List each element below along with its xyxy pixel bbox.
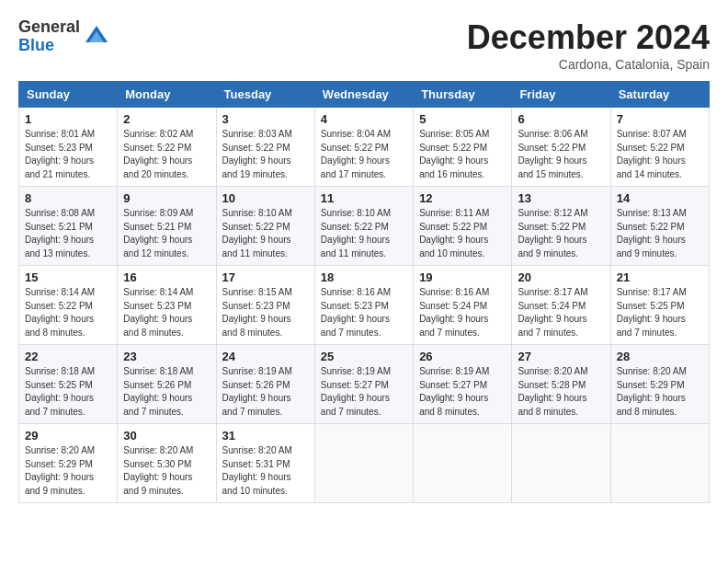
calendar-cell: 25Sunrise: 8:19 AMSunset: 5:27 PMDayligh… — [314, 345, 413, 424]
calendar-cell: 23Sunrise: 8:18 AMSunset: 5:26 PMDayligh… — [118, 345, 216, 424]
calendar-week-5: 29Sunrise: 8:20 AMSunset: 5:29 PMDayligh… — [19, 424, 710, 503]
title-block: December 2024 Cardona, Catalonia, Spain — [467, 18, 710, 72]
day-number: 31 — [222, 429, 309, 442]
day-header-saturday: Saturday — [610, 82, 709, 108]
day-number: 29 — [25, 429, 111, 442]
calendar-cell: 29Sunrise: 8:20 AMSunset: 5:29 PMDayligh… — [19, 424, 118, 503]
cell-details: Sunrise: 8:07 AMSunset: 5:22 PMDaylight:… — [617, 128, 703, 181]
calendar-cell: 14Sunrise: 8:13 AMSunset: 5:22 PMDayligh… — [610, 187, 709, 266]
calendar-cell: 11Sunrise: 8:10 AMSunset: 5:22 PMDayligh… — [314, 187, 413, 266]
day-number: 14 — [617, 191, 703, 205]
day-number: 28 — [617, 350, 703, 363]
calendar-cell: 17Sunrise: 8:15 AMSunset: 5:23 PMDayligh… — [216, 266, 314, 345]
cell-details: Sunrise: 8:20 AMSunset: 5:29 PMDaylight:… — [25, 444, 111, 498]
calendar-cell: 7Sunrise: 8:07 AMSunset: 5:22 PMDaylight… — [610, 108, 709, 187]
day-header-monday: Monday — [118, 82, 216, 108]
day-header-tuesday: Tuesday — [216, 82, 314, 108]
day-number: 20 — [518, 270, 604, 284]
cell-details: Sunrise: 8:20 AMSunset: 5:29 PMDaylight:… — [617, 365, 703, 419]
cell-details: Sunrise: 8:12 AMSunset: 5:22 PMDaylight:… — [518, 207, 604, 260]
calendar-cell: 12Sunrise: 8:11 AMSunset: 5:22 PMDayligh… — [414, 187, 512, 266]
cell-details: Sunrise: 8:19 AMSunset: 5:27 PMDaylight:… — [321, 365, 407, 419]
day-number: 18 — [321, 270, 407, 284]
cell-details: Sunrise: 8:19 AMSunset: 5:26 PMDaylight:… — [222, 365, 309, 419]
calendar-cell: 1Sunrise: 8:01 AMSunset: 5:23 PMDaylight… — [19, 108, 118, 187]
day-number: 9 — [123, 191, 210, 205]
calendar-cell: 21Sunrise: 8:17 AMSunset: 5:25 PMDayligh… — [610, 266, 709, 345]
cell-details: Sunrise: 8:05 AMSunset: 5:22 PMDaylight:… — [419, 128, 506, 181]
day-number: 5 — [419, 112, 506, 126]
day-number: 25 — [321, 350, 407, 363]
cell-details: Sunrise: 8:10 AMSunset: 5:22 PMDaylight:… — [222, 207, 309, 260]
calendar-cell: 31Sunrise: 8:20 AMSunset: 5:31 PMDayligh… — [216, 424, 314, 503]
cell-details: Sunrise: 8:08 AMSunset: 5:21 PMDaylight:… — [25, 207, 111, 260]
day-header-thursday: Thursday — [414, 82, 512, 108]
calendar-header-row: SundayMondayTuesdayWednesdayThursdayFrid… — [19, 82, 710, 108]
calendar-week-4: 22Sunrise: 8:18 AMSunset: 5:25 PMDayligh… — [19, 345, 710, 424]
day-number: 3 — [222, 112, 309, 126]
cell-details: Sunrise: 8:20 AMSunset: 5:28 PMDaylight:… — [518, 365, 604, 419]
day-number: 15 — [25, 270, 111, 284]
day-number: 22 — [25, 350, 111, 363]
calendar-cell — [610, 424, 709, 503]
calendar-cell: 13Sunrise: 8:12 AMSunset: 5:22 PMDayligh… — [512, 187, 610, 266]
day-number: 16 — [123, 270, 210, 284]
calendar-cell: 9Sunrise: 8:09 AMSunset: 5:21 PMDaylight… — [118, 187, 216, 266]
day-number: 17 — [222, 270, 309, 284]
calendar-cell: 26Sunrise: 8:19 AMSunset: 5:27 PMDayligh… — [414, 345, 512, 424]
cell-details: Sunrise: 8:14 AMSunset: 5:22 PMDaylight:… — [25, 286, 111, 339]
calendar-cell: 16Sunrise: 8:14 AMSunset: 5:23 PMDayligh… — [118, 266, 216, 345]
cell-details: Sunrise: 8:06 AMSunset: 5:22 PMDaylight:… — [518, 128, 604, 181]
cell-details: Sunrise: 8:13 AMSunset: 5:22 PMDaylight:… — [617, 207, 703, 260]
cell-details: Sunrise: 8:15 AMSunset: 5:23 PMDaylight:… — [222, 286, 309, 339]
day-number: 13 — [518, 191, 604, 205]
cell-details: Sunrise: 8:11 AMSunset: 5:22 PMDaylight:… — [419, 207, 506, 260]
calendar-week-1: 1Sunrise: 8:01 AMSunset: 5:23 PMDaylight… — [19, 108, 710, 187]
day-number: 4 — [321, 112, 407, 126]
calendar-cell: 6Sunrise: 8:06 AMSunset: 5:22 PMDaylight… — [512, 108, 610, 187]
calendar-cell: 4Sunrise: 8:04 AMSunset: 5:22 PMDaylight… — [314, 108, 413, 187]
day-header-sunday: Sunday — [19, 82, 118, 108]
calendar-cell — [512, 424, 610, 503]
cell-details: Sunrise: 8:16 AMSunset: 5:24 PMDaylight:… — [419, 286, 506, 339]
cell-details: Sunrise: 8:14 AMSunset: 5:23 PMDaylight:… — [123, 286, 210, 339]
cell-details: Sunrise: 8:02 AMSunset: 5:22 PMDaylight:… — [123, 128, 210, 181]
calendar-cell: 18Sunrise: 8:16 AMSunset: 5:23 PMDayligh… — [314, 266, 413, 345]
cell-details: Sunrise: 8:20 AMSunset: 5:30 PMDaylight:… — [123, 444, 210, 498]
calendar-cell: 28Sunrise: 8:20 AMSunset: 5:29 PMDayligh… — [610, 345, 709, 424]
cell-details: Sunrise: 8:10 AMSunset: 5:22 PMDaylight:… — [321, 207, 407, 260]
cell-details: Sunrise: 8:17 AMSunset: 5:24 PMDaylight:… — [518, 286, 604, 339]
calendar-cell: 5Sunrise: 8:05 AMSunset: 5:22 PMDaylight… — [414, 108, 512, 187]
day-number: 26 — [419, 350, 506, 363]
day-number: 23 — [123, 350, 210, 363]
logo-icon — [84, 24, 109, 50]
page-header: General Blue December 2024 Cardona, Cata… — [18, 18, 710, 72]
day-number: 1 — [25, 112, 111, 126]
calendar-cell: 2Sunrise: 8:02 AMSunset: 5:22 PMDaylight… — [118, 108, 216, 187]
cell-details: Sunrise: 8:04 AMSunset: 5:22 PMDaylight:… — [321, 128, 407, 181]
cell-details: Sunrise: 8:09 AMSunset: 5:21 PMDaylight:… — [123, 207, 210, 260]
calendar-cell: 3Sunrise: 8:03 AMSunset: 5:22 PMDaylight… — [216, 108, 314, 187]
day-header-wednesday: Wednesday — [314, 82, 413, 108]
logo: General Blue — [18, 18, 109, 55]
calendar-cell: 20Sunrise: 8:17 AMSunset: 5:24 PMDayligh… — [512, 266, 610, 345]
day-number: 21 — [617, 270, 703, 284]
cell-details: Sunrise: 8:18 AMSunset: 5:25 PMDaylight:… — [25, 365, 111, 419]
day-number: 10 — [222, 191, 309, 205]
cell-details: Sunrise: 8:18 AMSunset: 5:26 PMDaylight:… — [123, 365, 210, 419]
day-number: 6 — [518, 112, 604, 126]
month-title: December 2024 — [467, 18, 710, 57]
cell-details: Sunrise: 8:03 AMSunset: 5:22 PMDaylight:… — [222, 128, 309, 181]
day-number: 8 — [25, 191, 111, 205]
day-number: 24 — [222, 350, 309, 363]
logo-blue: Blue — [18, 37, 80, 55]
calendar-body: 1Sunrise: 8:01 AMSunset: 5:23 PMDaylight… — [19, 108, 710, 503]
day-number: 27 — [518, 350, 604, 363]
calendar-cell: 10Sunrise: 8:10 AMSunset: 5:22 PMDayligh… — [216, 187, 314, 266]
calendar-cell: 22Sunrise: 8:18 AMSunset: 5:25 PMDayligh… — [19, 345, 118, 424]
cell-details: Sunrise: 8:19 AMSunset: 5:27 PMDaylight:… — [419, 365, 506, 419]
calendar-week-2: 8Sunrise: 8:08 AMSunset: 5:21 PMDaylight… — [19, 187, 710, 266]
calendar-cell: 15Sunrise: 8:14 AMSunset: 5:22 PMDayligh… — [19, 266, 118, 345]
day-number: 7 — [617, 112, 703, 126]
day-number: 19 — [419, 270, 506, 284]
